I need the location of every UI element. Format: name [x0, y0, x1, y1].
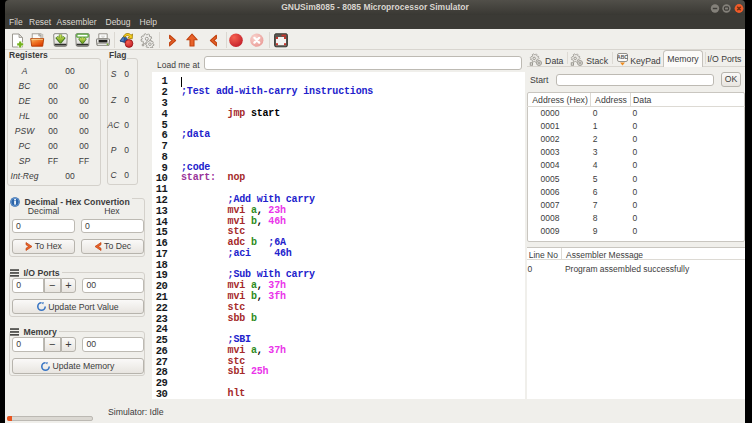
svg-text:ABC: ABC: [617, 54, 628, 60]
